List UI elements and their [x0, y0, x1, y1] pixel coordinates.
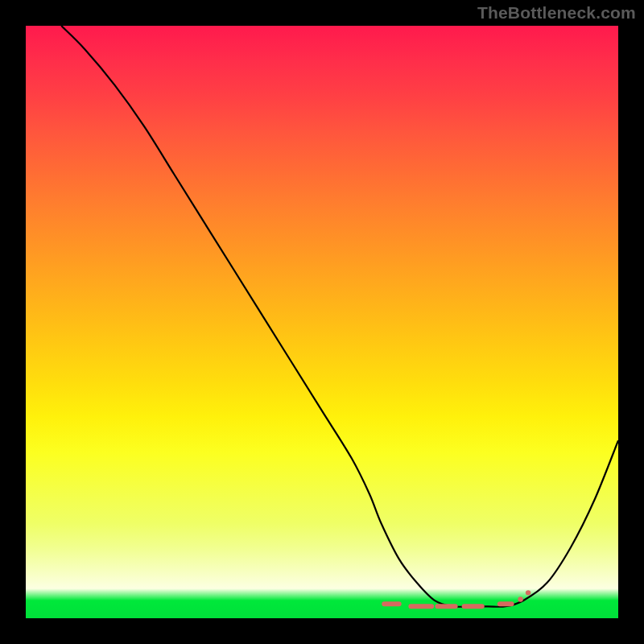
- bottleneck-curve: [61, 26, 618, 607]
- curve-svg: [26, 26, 618, 618]
- plot-area: [26, 26, 618, 618]
- optimal-dot: [526, 590, 530, 595]
- watermark-text: TheBottleneck.com: [477, 3, 636, 23]
- optimal-range-markers: [384, 590, 530, 606]
- chart-frame: TheBottleneck.com: [0, 0, 644, 644]
- optimal-dot: [518, 597, 522, 601]
